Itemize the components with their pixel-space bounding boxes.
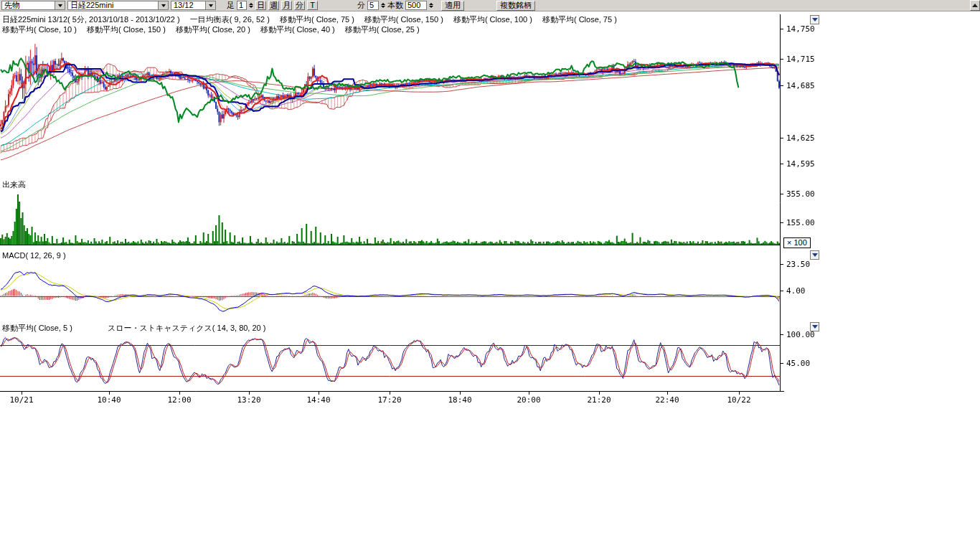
legend-row-1: 日経225mini 13/12( 5分, 2013/10/18 - 2013/1… xyxy=(2,14,627,25)
bar-count-input[interactable]: 500 xyxy=(405,1,427,10)
volume-panel-label: 出来高 xyxy=(2,179,26,190)
chart-application: 先物 日経225mini 13/12 足 1 日 週 月 分 T 分 5 本数 … xyxy=(0,0,980,551)
volume-multiplier-box: × 100 xyxy=(783,237,811,248)
stoch-tick-label: 45.00 xyxy=(786,359,810,368)
scroll-up-button[interactable] xyxy=(970,0,980,11)
time-axis-label: 20:00 xyxy=(512,395,546,405)
time-axis-label: 22:40 xyxy=(650,395,684,405)
stoch-tick-label: 100.00 xyxy=(786,330,815,339)
chevron-down-icon xyxy=(812,325,818,329)
period-tick-button[interactable]: T xyxy=(307,1,318,10)
price-tick-label: 14,685 xyxy=(786,81,815,90)
stoch-panel-label: スロー・ストキャスティクス( 14, 3, 80, 20 ) xyxy=(108,323,265,334)
chevron-down-icon xyxy=(812,253,818,257)
period-minute-button[interactable]: 分 xyxy=(294,1,305,10)
contract-month-select[interactable]: 13/12 xyxy=(171,1,216,10)
market-select[interactable]: 先物 xyxy=(1,1,65,10)
legend-item-title: 日経225mini 13/12( 5分, 2013/10/18 - 2013/1… xyxy=(2,15,180,24)
macd-tick-label: 23.50 xyxy=(786,260,810,269)
scroll-up-icon xyxy=(972,4,978,7)
period-week-button[interactable]: 週 xyxy=(268,1,279,10)
legend-row-2: 移動平均( Close, 10 )移動平均( Close, 150 )移動平均(… xyxy=(2,24,430,35)
multi-symbol-button[interactable]: 複数銘柄 xyxy=(496,1,535,11)
legend-item: 一目均衡表( 9, 26, 52 ) xyxy=(190,15,270,24)
price-tick-label: 14,625 xyxy=(786,133,815,143)
time-axis-label: 10:40 xyxy=(92,395,126,405)
market-select-value: 先物 xyxy=(2,1,55,9)
chevron-down-icon xyxy=(812,18,818,22)
symbol-select[interactable]: 日経225mini xyxy=(67,1,169,10)
legend-item: 移動平均( Close, 75 ) xyxy=(542,15,617,24)
minutes-input[interactable]: 5 xyxy=(367,1,379,10)
bar-count-spinner[interactable] xyxy=(429,3,433,8)
market-dropdown-arrow-icon[interactable] xyxy=(55,1,65,9)
chart-canvas[interactable] xyxy=(0,0,980,551)
volume-tick-label: 355.00 xyxy=(786,189,815,199)
time-axis-label: 17:20 xyxy=(372,395,407,405)
time-axis-label: 10/22 xyxy=(722,395,756,405)
legend-item: 移動平均( Close, 40 ) xyxy=(260,25,335,34)
time-axis-label: 18:40 xyxy=(443,395,477,405)
price-tick-label: 14,595 xyxy=(786,159,815,169)
time-axis-label: 21:20 xyxy=(582,395,616,405)
contract-month-value: 13/12 xyxy=(171,1,205,9)
symbol-select-value: 日経225mini xyxy=(68,1,158,9)
apply-button[interactable]: 適用 xyxy=(441,1,464,11)
legend-item: 移動平均( Close, 75 ) xyxy=(280,15,354,24)
price-panel-menu-button[interactable] xyxy=(810,15,819,24)
contract-dropdown-arrow-icon[interactable] xyxy=(205,1,215,9)
legend-item: 移動平均( Close, 25 ) xyxy=(345,25,420,34)
time-axis-label: 13:20 xyxy=(232,395,266,405)
legend-item: 移動平均( Close, 10 ) xyxy=(2,25,77,34)
bar-type-label: 足 xyxy=(227,1,235,10)
symbol-dropdown-arrow-icon[interactable] xyxy=(158,1,168,9)
legend-item: 移動平均( Close, 150 ) xyxy=(364,15,443,24)
legend-item: 移動平均( Close, 100 ) xyxy=(453,15,532,24)
toolbar: 先物 日経225mini 13/12 足 1 日 週 月 分 T 分 5 本数 … xyxy=(0,0,980,11)
price-tick-label: 14,715 xyxy=(786,55,815,64)
stoch-ma-label: 移動平均( Close, 5 ) xyxy=(2,323,72,334)
time-axis-label: 12:00 xyxy=(162,395,197,405)
legend-item: 移動平均( Close, 20 ) xyxy=(176,25,250,34)
macd-panel-menu-button[interactable] xyxy=(810,250,819,260)
bar-count-label: 本数 xyxy=(387,1,403,10)
bar-interval-input[interactable]: 1 xyxy=(237,1,247,10)
time-axis-label: 14:40 xyxy=(301,395,336,405)
period-month-button[interactable]: 月 xyxy=(281,1,292,10)
minutes-spinner[interactable] xyxy=(381,3,385,8)
time-axis-label: 10/21 xyxy=(4,395,39,405)
bar-interval-spinner[interactable] xyxy=(249,3,253,8)
period-day-button[interactable]: 日 xyxy=(255,1,266,10)
macd-tick-label: 4.00 xyxy=(786,286,806,296)
legend-item: 移動平均( Close, 150 ) xyxy=(87,25,166,34)
price-tick-label: 14,750 xyxy=(786,24,815,34)
macd-panel-label: MACD( 12, 26, 9 ) xyxy=(2,251,66,260)
minutes-label: 分 xyxy=(357,1,365,10)
volume-tick-label: 155.00 xyxy=(786,218,815,227)
